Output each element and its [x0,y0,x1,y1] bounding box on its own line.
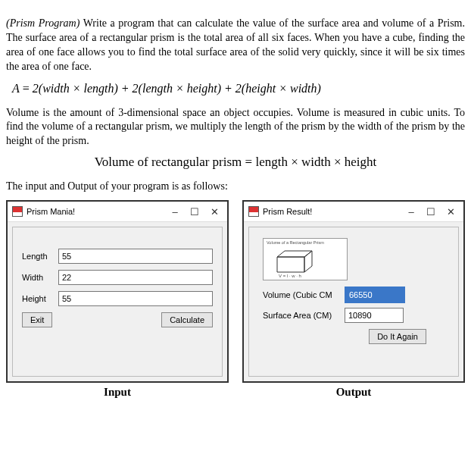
close-button[interactable]: ✕ [445,207,456,217]
app-icon [248,206,259,217]
io-label: The input and Output of your program is … [6,180,465,193]
input-window: Prism Mania! – ☐ ✕ Length 55 Width 22 [6,200,229,383]
calculate-button[interactable]: Calculate [161,312,213,327]
svg-marker-1 [277,251,312,257]
input-titlebar: Prism Mania! – ☐ ✕ [8,202,227,222]
width-label: Width [22,273,58,282]
svg-marker-2 [304,251,312,272]
input-window-title: Prism Mania! [27,207,170,216]
height-input[interactable]: 55 [58,291,213,306]
output-window-title: Prism Result! [263,207,406,216]
maximize-button[interactable]: ☐ [426,207,436,217]
minimize-button[interactable]: – [170,207,180,217]
surface-area-formula: A = 2(width × length) + 2(length × heigh… [6,82,465,96]
diagram-caption-bottom: V = l · w · h [279,274,301,278]
length-label: Length [22,252,58,261]
program-title: (Prism Program) [6,17,80,29]
exit-button[interactable]: Exit [22,312,52,327]
volume-output[interactable]: 66550 [345,287,405,303]
input-column-label: Input [6,386,229,399]
output-column-label: Output [242,386,465,399]
minimize-button[interactable]: – [406,207,416,217]
formula-A: A [12,82,20,95]
do-it-again-button[interactable]: Do It Again [369,329,426,344]
maximize-button[interactable]: ☐ [189,207,200,217]
formula-body: 2(width × length) + 2(length × height) +… [33,82,321,95]
output-window: Prism Result! – ☐ ✕ Volume of a Rectangu… [242,200,465,383]
width-input[interactable]: 22 [58,270,213,285]
app-icon [12,206,23,217]
surface-area-output[interactable]: 10890 [345,308,404,323]
output-titlebar: Prism Result! – ☐ ✕ [244,202,463,222]
volume-formula: Volume of rectangular prism = length × w… [6,155,465,170]
diagram-caption-top: Volume of a Rectangular Prism [267,240,324,245]
prism-diagram: Volume of a Rectangular Prism V = l · w … [263,238,348,280]
surface-area-label: Surface Area (CM) [263,311,345,320]
intro-paragraph-1: (Prism Program) Write a program that can… [6,17,465,74]
prism-icon [274,249,320,275]
close-button[interactable]: ✕ [209,207,220,217]
formula-equals: = [20,82,33,95]
intro-paragraph-2: Volume is the amount of 3-dimensional sp… [6,106,465,149]
volume-label: Volume (Cubic CM [263,290,345,299]
svg-marker-0 [277,257,304,272]
length-input[interactable]: 55 [58,249,213,264]
height-label: Height [22,294,58,303]
